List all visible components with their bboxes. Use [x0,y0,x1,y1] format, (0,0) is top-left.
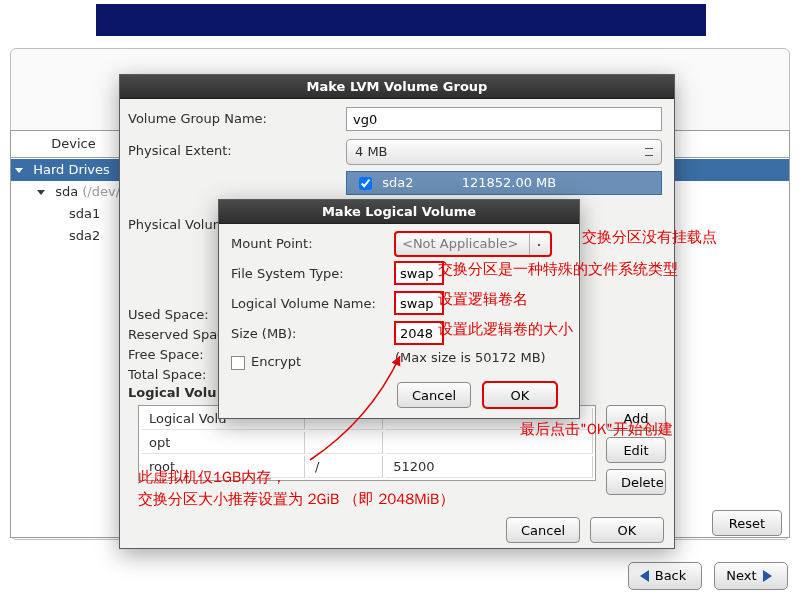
vg-name-input[interactable] [346,107,662,131]
arrow-right-icon [763,570,772,582]
pv-device: sda2 [382,175,413,190]
lv-edit-button[interactable]: Edit [606,437,666,463]
max-size-hint: (Max size is 50172 MB) [395,350,546,365]
chevron-down-icon [37,190,45,195]
encrypt-checkbox-row[interactable]: Encrypt [231,354,301,370]
vg-cancel-button[interactable]: Cancel [506,517,580,543]
space-stats: Used Space: Reserved Spac Free Space: To… [128,305,224,385]
lv-delete-button[interactable]: Delete [606,469,666,495]
vg-name-label: Volume Group Name: [128,111,267,126]
table-row[interactable]: opt [141,432,593,454]
fs-type-label: File System Type: [231,266,344,281]
size-label: Size (MB): [231,326,296,341]
lv-add-button[interactable]: Add [606,405,666,431]
tree-label: sda [55,184,78,199]
dialog-title: Make Logical Volume [219,200,579,224]
pv-checkbox[interactable] [359,177,372,190]
pe-label: Physical Extent: [128,143,232,158]
next-button[interactable]: Next [714,562,788,590]
back-button[interactable]: Back [628,562,702,590]
mount-point-select[interactable]: <Not Applicable> [395,232,551,256]
lv-name-label: Logical Volume Name: [231,296,376,311]
dialog-title: Make LVM Volume Group [120,75,674,99]
size-input[interactable] [395,322,443,344]
lv-ok-button[interactable]: OK [483,382,557,408]
pv-size: 121852.00 MB [462,175,557,190]
header-bar [96,4,706,36]
lv-cancel-button[interactable]: Cancel [397,382,471,408]
pv-heading: Physical Volum [128,217,225,232]
arrow-left-icon [640,570,649,582]
lv-name-input[interactable] [395,292,443,314]
table-row[interactable]: root/51200 [141,456,593,478]
mount-point-label: Mount Point: [231,236,313,251]
fs-type-input[interactable] [395,262,443,284]
reset-button[interactable]: Reset [712,510,782,536]
vg-ok-button[interactable]: OK [590,517,664,543]
encrypt-checkbox[interactable] [231,356,245,370]
tree-label: Hard Drives [33,162,110,177]
chevron-down-icon [15,168,23,173]
physical-volume-list[interactable]: sda2 121852.00 MB [346,171,662,195]
dialog-make-logical-volume: Make Logical Volume Mount Point: <Not Ap… [218,199,580,419]
pe-select[interactable]: 4 MB [346,139,662,165]
lv-heading: Logical Volu [128,385,216,400]
col-device: Device [10,130,128,158]
list-item[interactable]: sda2 121852.00 MB [347,172,661,194]
